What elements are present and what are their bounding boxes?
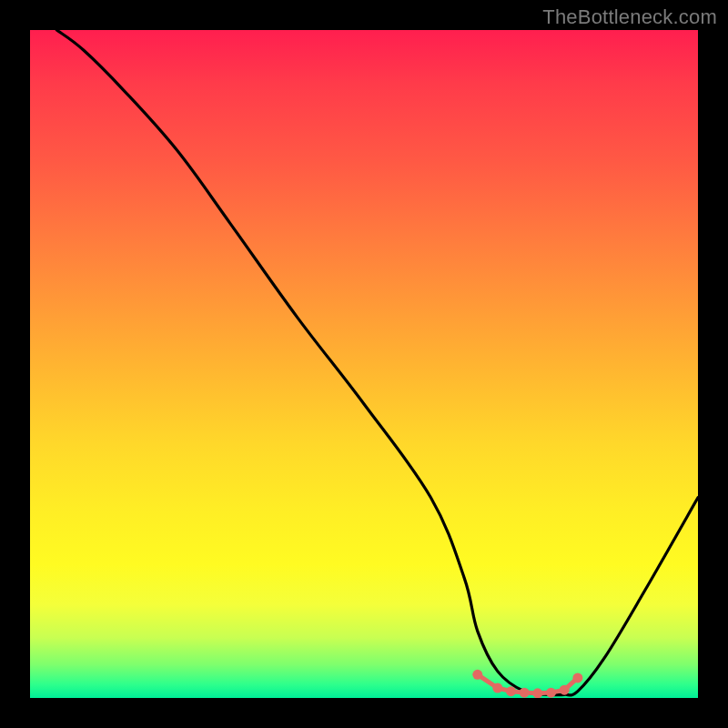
valley-marker-dot — [472, 670, 482, 680]
chart-svg — [30, 30, 698, 698]
valley-marker-dot — [506, 686, 516, 696]
valley-marker-dot — [546, 688, 556, 698]
watermark-text: TheBottleneck.com — [542, 5, 717, 29]
valley-marker-dot — [532, 688, 542, 698]
valley-marker-dot — [492, 682, 502, 693]
valley-marker-dot — [572, 672, 582, 682]
bottleneck-curve-path — [56, 30, 698, 695]
valley-markers-group — [472, 670, 582, 698]
valley-marker-dot — [560, 685, 570, 695]
valley-marker-dot — [520, 688, 530, 698]
chart-frame: TheBottleneck.com — [0, 0, 728, 728]
plot-area — [30, 30, 698, 698]
